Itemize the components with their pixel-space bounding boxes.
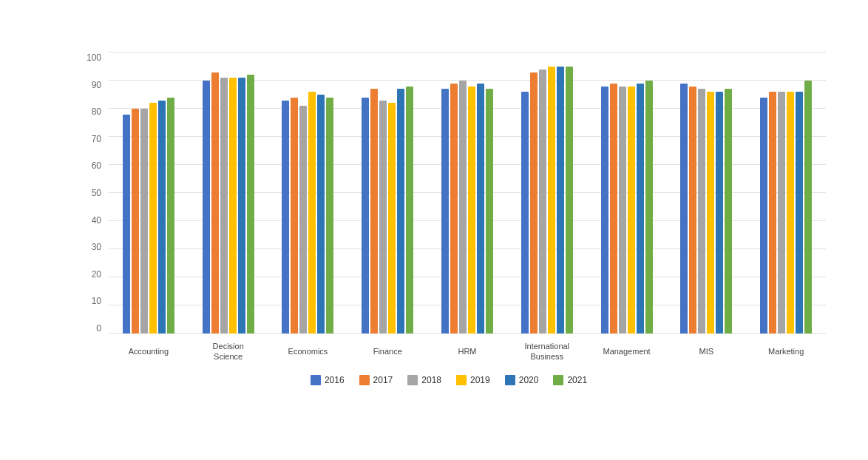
x-axis-label: Economics: [268, 338, 348, 365]
bar: [282, 101, 289, 334]
chart-legend: 201620172018201920202021: [72, 375, 826, 385]
bar: [291, 98, 298, 334]
bar: [778, 92, 785, 334]
bar: [123, 115, 130, 334]
x-axis-label: Management: [587, 338, 667, 365]
bar: [707, 92, 714, 334]
bar: [238, 78, 245, 334]
bar: [229, 78, 237, 334]
bar-group: [427, 53, 507, 334]
bar: [610, 84, 617, 334]
x-axis-label: InternationalBusiness: [507, 338, 587, 365]
bar: [220, 78, 228, 334]
bar: [459, 81, 467, 334]
bar: [530, 72, 538, 334]
bar: [557, 67, 564, 334]
bar: [149, 103, 157, 334]
y-axis-label: 10: [72, 296, 101, 306]
bar: [379, 101, 387, 334]
legend-label: 2017: [373, 375, 393, 385]
bar: [388, 103, 396, 334]
bar-group: [109, 53, 189, 334]
bar-group: [507, 53, 587, 334]
bars: [200, 53, 257, 334]
bars: [120, 53, 177, 334]
legend-item: 2020: [505, 375, 539, 385]
y-axis-label: 90: [72, 80, 101, 90]
bars: [438, 53, 496, 334]
legend-item: 2016: [311, 375, 345, 385]
x-axis-label: DecisionScience: [189, 338, 268, 365]
legend-item: 2021: [553, 375, 587, 385]
bar: [203, 81, 210, 334]
y-axis-label: 60: [72, 160, 101, 171]
bars: [677, 53, 735, 334]
y-axis-label: 50: [72, 188, 101, 198]
bar: [326, 98, 333, 334]
bar: [716, 92, 723, 334]
y-axis-label: 20: [72, 269, 101, 280]
y-axis-label: 0: [72, 323, 101, 334]
bar: [370, 89, 378, 334]
bar: [477, 84, 484, 334]
bar: [308, 92, 316, 334]
bar: [637, 84, 644, 334]
legend-color-box: [359, 375, 370, 385]
legend-label: 2018: [421, 375, 441, 385]
bar: [406, 87, 413, 334]
bar: [725, 89, 732, 334]
legend-item: 2017: [359, 375, 393, 385]
legend-color-box: [311, 375, 321, 385]
bars: [598, 53, 656, 334]
bars: [279, 53, 336, 334]
bar: [450, 84, 458, 334]
bar: [566, 67, 573, 334]
y-axis-label: 40: [72, 215, 101, 226]
bar: [539, 70, 546, 334]
bar: [211, 72, 219, 334]
legend-color-box: [505, 375, 515, 385]
bar-group: [587, 53, 667, 334]
bar: [441, 89, 449, 334]
legend-label: 2019: [470, 375, 490, 385]
bar: [760, 98, 767, 334]
bars: [757, 53, 815, 334]
bar: [299, 106, 307, 334]
legend-label: 2016: [325, 375, 345, 385]
bar: [689, 87, 696, 334]
bar: [619, 87, 626, 334]
x-axis-label: Accounting: [109, 338, 189, 365]
bar: [645, 81, 653, 334]
x-axis-label: Finance: [347, 338, 427, 365]
bar: [468, 87, 475, 334]
y-axis-label: 70: [72, 134, 101, 144]
bar: [167, 98, 174, 334]
y-axis-label: 100: [72, 53, 101, 63]
legend-item: 2018: [407, 375, 441, 385]
chart-container: 0102030405060708090100 AccountingDecisio…: [27, 16, 841, 444]
bar: [601, 87, 608, 334]
bar: [397, 89, 404, 334]
bar: [796, 92, 803, 334]
bar-group: [189, 53, 268, 334]
x-axis-label: MIS: [666, 338, 746, 365]
bar: [787, 92, 794, 334]
bar-group: [746, 53, 826, 334]
bar-group: [268, 53, 348, 334]
bar-group: [347, 53, 427, 334]
bar: [769, 92, 776, 334]
bar: [548, 67, 555, 334]
legend-label: 2021: [567, 375, 587, 385]
legend-item: 2019: [456, 375, 490, 385]
bar: [486, 89, 493, 334]
bar: [628, 87, 635, 334]
x-axis-label: HRM: [427, 338, 507, 365]
legend-color-box: [456, 375, 467, 385]
x-axis-label: Marketing: [746, 338, 826, 365]
y-axis-label: 80: [72, 106, 101, 117]
bar: [132, 109, 139, 334]
bar: [158, 101, 166, 334]
bar: [362, 98, 369, 334]
legend-label: 2020: [519, 375, 539, 385]
bars: [359, 53, 416, 334]
